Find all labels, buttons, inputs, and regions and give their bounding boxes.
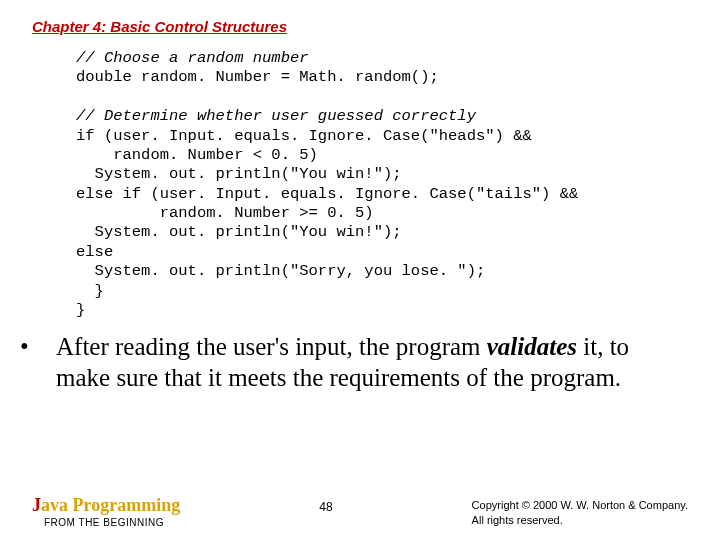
bullet-pre: After reading the user's input, the prog… [56, 333, 487, 360]
code-line: System. out. println("Sorry, you lose. "… [76, 262, 485, 280]
book-title: Java Programming [32, 496, 180, 516]
copyright-line2: All rights reserved. [472, 513, 688, 527]
page-number: 48 [319, 500, 332, 514]
code-line: double random. Number = Math. random(); [76, 68, 439, 86]
code-line: else [76, 243, 113, 261]
code-comment: // Choose a random number [76, 49, 309, 67]
code-line: else if (user. Input. equals. Ignore. Ca… [76, 185, 578, 203]
slide: Chapter 4: Basic Control Structures // C… [0, 0, 720, 540]
copyright: Copyright © 2000 W. W. Norton & Company.… [472, 498, 688, 527]
code-line: random. Number >= 0. 5) [76, 204, 374, 222]
chapter-title: Chapter 4: Basic Control Structures [32, 18, 688, 35]
code-line: random. Number < 0. 5) [76, 146, 318, 164]
footer: Java Programming FROM THE BEGINNING 48 C… [0, 496, 720, 528]
bullet-validates: validates [487, 333, 577, 360]
code-line: System. out. println("You win!"); [76, 165, 402, 183]
code-line: } [76, 282, 104, 300]
code-line: if (user. Input. equals. Ignore. Case("h… [76, 127, 532, 145]
code-line: } [76, 301, 85, 319]
code-block: // Choose a random number double random.… [76, 49, 688, 320]
book-title-j: J [32, 495, 41, 515]
bullet-dot: • [38, 332, 56, 363]
code-comment: // Determine whether user guessed correc… [76, 107, 476, 125]
book-subtitle: FROM THE BEGINNING [44, 517, 180, 528]
book-title-rest: ava Programming [41, 495, 180, 515]
code-line: System. out. println("You win!"); [76, 223, 402, 241]
bullet-text: •After reading the user's input, the pro… [38, 332, 676, 393]
copyright-line1: Copyright © 2000 W. W. Norton & Company. [472, 498, 688, 512]
book-brand: Java Programming FROM THE BEGINNING [32, 496, 180, 528]
